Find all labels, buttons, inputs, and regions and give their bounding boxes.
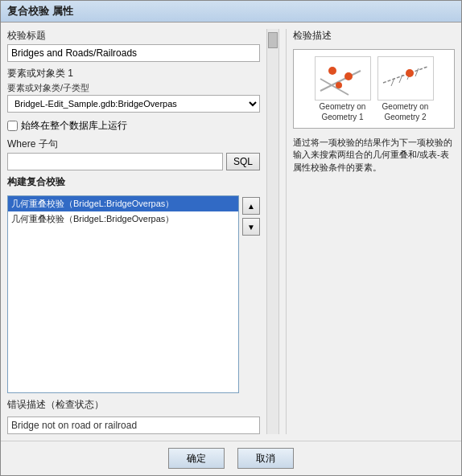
error-desc-label: 错误描述（检查状态） [7,398,260,412]
element-class-label: 要素或对象类 1 [7,67,260,80]
always-run-label: 始终在整个数据库上运行 [21,119,127,133]
geometry2-label2: Geometry 2 [384,113,426,121]
check-desc-label: 检验描述 [293,29,455,43]
element-class-select[interactable]: BridgeL-Edit_Sample.gdb:BridgeOverpas [7,95,260,113]
geometry1-preview: Geometry on Geometry 1 [315,56,371,121]
svg-point-4 [336,82,342,88]
dialog-footer: 确定 取消 [1,441,461,475]
where-section: Where 子句 SQL [7,137,260,170]
down-arrow-button[interactable]: ▼ [242,218,260,236]
always-run-checkbox[interactable] [7,121,18,131]
preview-box: Geometry on Geometry 1 [293,49,455,129]
scrollbar-thumb[interactable] [268,32,278,48]
error-section: 错误描述（检查状态） [7,398,260,434]
svg-line-7 [399,75,402,83]
confirm-button[interactable]: 确定 [168,448,225,469]
construct-section: 构建复合校验 几何重叠校验（BridgeL:BridgeOverpas） 几何重… [7,175,260,393]
validation-title-label: 校验标题 [7,29,260,43]
svg-point-10 [406,69,414,77]
svg-line-5 [383,67,427,83]
dialog: 复合校验 属性 校验标题 要素或对象类 1 要素或对象类/子类型 BridgeL… [0,0,462,476]
where-row: SQL [7,153,260,170]
svg-point-2 [328,67,336,75]
element-subtype-label: 要素或对象类/子类型 [7,82,260,94]
sql-button[interactable]: SQL [226,153,260,170]
up-arrow-button[interactable]: ▲ [242,197,260,215]
dialog-title: 复合校验 属性 [7,4,73,18]
geometry1-label1: Geometry on [320,102,366,111]
validation-title-section: 校验标题 [7,29,260,62]
checks-list[interactable]: 几何重叠校验（BridgeL:BridgeOverpas） 几何重叠校验（Bri… [7,195,239,393]
svg-line-9 [415,68,419,76]
element-class-section: 要素或对象类 1 要素或对象类/子类型 BridgeL-Edit_Sample.… [7,67,260,113]
error-desc-input[interactable] [7,416,260,434]
where-input[interactable] [7,153,223,170]
dialog-body: 校验标题 要素或对象类 1 要素或对象类/子类型 BridgeL-Edit_Sa… [1,23,461,441]
middle-scrollbar[interactable] [266,29,279,434]
dialog-titlebar: 复合校验 属性 [1,1,461,23]
arrow-buttons: ▲ ▼ [242,195,260,393]
always-run-row: 始终在整个数据库上运行 [7,119,260,133]
svg-point-3 [344,72,353,80]
right-panel: 检验描述 [286,29,455,434]
preview-images: Geometry on Geometry 1 [315,56,434,121]
geometry2-preview: Geometry on Geometry 2 [377,56,434,121]
check-description: 通过将一项校验的结果作为下一项校验的输入来搜索两组合的几何重叠和/或表-表属性校… [293,137,455,174]
list-with-arrows: 几何重叠校验（BridgeL:BridgeOverpas） 几何重叠校验（Bri… [7,195,260,393]
where-label: Where 子句 [7,137,260,151]
cancel-button[interactable]: 取消 [237,448,294,469]
geometry1-label2: Geometry 1 [321,113,363,121]
list-item[interactable]: 几何重叠校验（BridgeL:BridgeOverpas） [8,196,238,211]
left-panel: 校验标题 要素或对象类 1 要素或对象类/子类型 BridgeL-Edit_Sa… [7,29,260,434]
list-item[interactable]: 几何重叠校验（BridgeL:BridgeOverpas） [8,211,238,227]
svg-line-1 [320,79,349,95]
geometry2-img [377,56,434,101]
validation-title-input[interactable] [7,44,260,62]
construct-label: 构建复合校验 [7,175,260,189]
geometry1-img [315,56,371,101]
geometry2-label1: Geometry on [382,102,429,111]
